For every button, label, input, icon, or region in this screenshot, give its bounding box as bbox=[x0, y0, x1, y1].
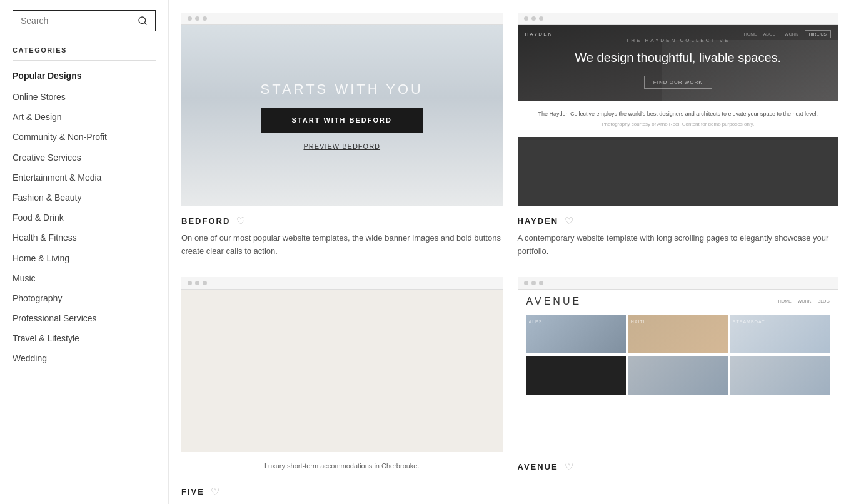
hayden-nav-work: WORK bbox=[785, 32, 798, 36]
avenue-thumb-steamboat: STEAMBOAT bbox=[730, 315, 830, 353]
hayden-info: HAYDEN ♡ A contemporary website template… bbox=[518, 206, 839, 262]
hayden-browser-dot-1 bbox=[524, 16, 528, 21]
avenue-thumb-5 bbox=[628, 356, 728, 395]
sidebar-item-health-fitness[interactable]: Health & Fitness bbox=[13, 228, 156, 248]
five-name-row: FIVE ♡ bbox=[181, 486, 503, 498]
template-card-avenue: AVENUE HOME WORK BLOG ALPS HAITI bbox=[518, 277, 839, 504]
bedford-preview-link[interactable]: PREVIEW BEDFORD bbox=[303, 143, 380, 150]
avenue-thumb-dark bbox=[526, 356, 626, 395]
hayden-cta-button[interactable]: FIND OUR WORK bbox=[644, 76, 712, 89]
hayden-headline: We design thoughtful, livable spaces. bbox=[575, 49, 781, 66]
sidebar-item-online-stores[interactable]: Online Stores bbox=[13, 87, 156, 107]
hayden-name-row: HAYDEN ♡ bbox=[518, 215, 839, 227]
browser-dot-1 bbox=[188, 16, 192, 21]
sidebar-item-photography[interactable]: Photography bbox=[13, 288, 156, 308]
hayden-name: HAYDEN bbox=[518, 216, 559, 226]
hayden-description-area: The Hayden Collective employs the world'… bbox=[518, 101, 839, 137]
avenue-label-steamboat: STEAMBOAT bbox=[730, 318, 768, 325]
sidebar-item-community-non-profit[interactable]: Community & Non-Profit bbox=[13, 127, 156, 147]
sidebar-item-fashion-beauty[interactable]: Fashion & Beauty bbox=[13, 188, 156, 208]
avenue-browser-dot-2 bbox=[531, 281, 536, 285]
avenue-thumb-haiti: HAITI bbox=[628, 315, 728, 353]
bedford-tagline: STARTS WITH YOU bbox=[261, 81, 423, 98]
avenue-label-haiti: HAITI bbox=[628, 318, 648, 325]
sidebar: CATEGORIES Popular Designs Online Stores… bbox=[0, 0, 169, 504]
avenue-browser-dot-1 bbox=[524, 281, 528, 285]
hayden-browser-chrome bbox=[518, 13, 839, 25]
five-caption-area: Luxury short-term accommodations in Cher… bbox=[181, 452, 503, 477]
avenue-nav-work: WORK bbox=[798, 299, 812, 303]
template-card-bedford: STARTS WITH YOU START WITH BEDFORD PREVI… bbox=[181, 13, 503, 262]
hayden-preview[interactable]: HAYDEN HOME ABOUT WORK HIRE US THE HAYDE… bbox=[518, 13, 839, 206]
hayden-logo-nav: HAYDEN bbox=[525, 31, 553, 37]
bedford-heart-icon[interactable]: ♡ bbox=[236, 215, 245, 227]
avenue-nav-blog: BLOG bbox=[818, 299, 830, 303]
sidebar-popular-designs[interactable]: Popular Designs bbox=[13, 71, 156, 81]
avenue-photo-grid: ALPS HAITI STEAMBOAT bbox=[526, 315, 830, 395]
svg-line-1 bbox=[144, 23, 146, 24]
hayden-content: HAYDEN HOME ABOUT WORK HIRE US THE HAYDE… bbox=[518, 25, 839, 101]
bedford-preview[interactable]: STARTS WITH YOU START WITH BEDFORD PREVI… bbox=[181, 13, 503, 206]
sidebar-item-creative-services[interactable]: Creative Services bbox=[13, 148, 156, 168]
sidebar-item-entertainment-media[interactable]: Entertainment & Media bbox=[13, 168, 156, 188]
avenue-label-alps: ALPS bbox=[526, 318, 545, 325]
search-icon[interactable] bbox=[138, 16, 148, 26]
avenue-logo: AVENUE bbox=[526, 296, 582, 307]
browser-dot-3 bbox=[203, 16, 207, 21]
bedford-browser-chrome bbox=[181, 13, 503, 25]
five-caption: Luxury short-term accommodations in Cher… bbox=[181, 457, 503, 475]
hayden-sub-text: Photography courtesy of Arno Reel. Conte… bbox=[526, 121, 830, 128]
bedford-content: STARTS WITH YOU START WITH BEDFORD PREVI… bbox=[181, 25, 503, 206]
template-card-five: FIVE ACCOMMODATION TESTIMONIALS GALLERY … bbox=[181, 277, 503, 504]
bedford-description: On one of our most popular website templ… bbox=[181, 232, 503, 258]
search-input[interactable] bbox=[21, 16, 138, 26]
sidebar-item-professional-services[interactable]: Professional Services bbox=[13, 308, 156, 328]
sidebar-item-art-design[interactable]: Art & Design bbox=[13, 107, 156, 127]
template-card-hayden: HAYDEN HOME ABOUT WORK HIRE US THE HAYDE… bbox=[518, 13, 839, 262]
bedford-info: BEDFORD ♡ On one of our most popular web… bbox=[181, 206, 503, 262]
five-heart-icon[interactable]: ♡ bbox=[211, 486, 219, 498]
sidebar-item-music[interactable]: Music bbox=[13, 268, 156, 288]
avenue-nav-home: HOME bbox=[778, 299, 792, 303]
hayden-browser-dot-3 bbox=[539, 16, 543, 21]
avenue-info: AVENUE ♡ bbox=[518, 452, 839, 481]
categories-label: CATEGORIES bbox=[13, 46, 156, 54]
bedford-name-row: BEDFORD ♡ bbox=[181, 215, 503, 227]
hayden-nav-home: HOME bbox=[744, 32, 757, 36]
sidebar-item-travel-lifestyle[interactable]: Travel & Lifestyle bbox=[13, 328, 156, 348]
avenue-browser-chrome bbox=[518, 277, 839, 290]
five-name: FIVE bbox=[181, 487, 204, 496]
sidebar-item-home-living[interactable]: Home & Living bbox=[13, 248, 156, 268]
hayden-desc-text: The Hayden Collective employs the world'… bbox=[526, 110, 830, 119]
hayden-heart-icon[interactable]: ♡ bbox=[565, 215, 573, 227]
five-browser-chrome bbox=[181, 277, 503, 290]
avenue-thumb-6 bbox=[730, 356, 830, 395]
search-box[interactable] bbox=[13, 10, 156, 31]
five-browser-dot-3 bbox=[203, 281, 207, 285]
hayden-description: A contemporary website template with lon… bbox=[518, 232, 839, 258]
bedford-cta-button[interactable]: START WITH BEDFORD bbox=[261, 108, 423, 133]
five-preview[interactable]: FIVE ACCOMMODATION TESTIMONIALS GALLERY … bbox=[181, 277, 503, 452]
avenue-content: AVENUE HOME WORK BLOG ALPS HAITI bbox=[518, 290, 839, 401]
hayden-brand: THE HAYDEN COLLECTIVE bbox=[575, 38, 781, 43]
avenue-thumb-alps: ALPS bbox=[526, 315, 626, 353]
avenue-preview[interactable]: AVENUE HOME WORK BLOG ALPS HAITI bbox=[518, 277, 839, 452]
sidebar-divider bbox=[13, 60, 156, 61]
avenue-name-row: AVENUE ♡ bbox=[518, 461, 839, 473]
five-info: FIVE ♡ bbox=[181, 477, 503, 504]
hayden-browser-dot-2 bbox=[531, 16, 536, 21]
hayden-nav-about: ABOUT bbox=[763, 32, 778, 36]
five-browser-dot-1 bbox=[188, 281, 192, 285]
avenue-browser-dot-3 bbox=[539, 281, 543, 285]
avenue-heart-icon[interactable]: ♡ bbox=[565, 461, 573, 473]
sidebar-item-wedding[interactable]: Wedding bbox=[13, 348, 156, 368]
avenue-name: AVENUE bbox=[518, 462, 558, 471]
sidebar-item-food-drink[interactable]: Food & Drink bbox=[13, 208, 156, 228]
templates-grid: STARTS WITH YOU START WITH BEDFORD PREVI… bbox=[181, 6, 838, 504]
hayden-nav-hireme: HIRE US bbox=[805, 30, 831, 38]
main-content: STARTS WITH YOU START WITH BEDFORD PREVI… bbox=[169, 0, 851, 504]
browser-dot-2 bbox=[195, 16, 199, 21]
bedford-name: BEDFORD bbox=[181, 216, 230, 226]
five-browser-dot-2 bbox=[195, 281, 199, 285]
